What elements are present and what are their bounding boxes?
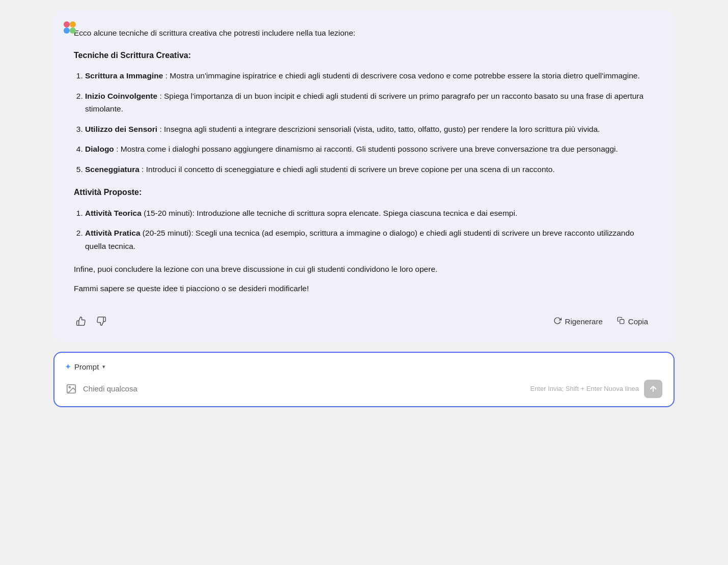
svg-point-0 (64, 21, 70, 27)
svg-point-2 (64, 27, 70, 34)
list-item: Attività Pratica (20-25 minuti): Scegli … (85, 227, 654, 252)
intro-text: Ecco alcune tecniche di scrittura creati… (74, 26, 654, 40)
regenerate-icon (553, 317, 562, 326)
technique-4-text: : Mostra come i dialoghi possano aggiung… (114, 145, 618, 153)
section2-heading: Attività Proposte: (74, 186, 654, 199)
section1-heading: Tecniche di Scrittura Creativa: (74, 49, 654, 62)
sparkle-icon: ✦ (65, 362, 71, 372)
input-hint: Enter Invia; Shift + Enter Nuova linea (530, 385, 639, 392)
activities-list: Attività Teorica (15-20 minuti): Introdu… (74, 207, 654, 253)
activity-1-bold: Attività Teorica (85, 209, 142, 217)
app-logo (63, 20, 77, 35)
response-card: Ecco alcune tecniche di scrittura creati… (53, 10, 675, 342)
action-bar: Rigenerare Copia (74, 307, 654, 329)
image-upload-button[interactable] (66, 383, 77, 394)
send-button[interactable] (644, 380, 662, 398)
closing2-text: Fammi sapere se queste idee ti piacciono… (74, 282, 654, 295)
list-item: Utilizzo dei Sensori : Insegna agli stud… (85, 123, 654, 136)
svg-point-3 (70, 27, 76, 34)
svg-point-6 (69, 386, 70, 388)
technique-2-bold: Inizio Coinvolgente (85, 92, 157, 100)
prompt-label: Prompt (74, 362, 99, 371)
copy-icon (617, 317, 625, 326)
regenerate-button[interactable]: Rigenerare (547, 314, 609, 329)
thumbs-down-button[interactable] (94, 314, 108, 328)
svg-rect-4 (620, 320, 624, 324)
list-item: Dialogo : Mostra come i dialoghi possano… (85, 143, 654, 156)
chat-input[interactable] (83, 384, 530, 393)
list-item: Attività Teorica (15-20 minuti): Introdu… (85, 207, 654, 220)
technique-3-bold: Utilizzo dei Sensori (85, 125, 157, 133)
techniques-list: Scrittura a Immagine : Mostra un'immagin… (74, 69, 654, 176)
left-actions (74, 314, 108, 328)
right-actions: Rigenerare Copia (547, 314, 654, 329)
copy-button[interactable]: Copia (611, 314, 654, 329)
technique-4-bold: Dialogo (85, 145, 114, 153)
technique-5-text: : Introduci il concetto di sceneggiature… (139, 165, 555, 174)
svg-point-1 (70, 21, 76, 27)
activity-2-text: (20-25 minuti): Scegli una tecnica (ad e… (85, 229, 634, 250)
regenerate-label: Rigenerare (565, 317, 603, 326)
technique-2-text: : Spiega l'importanza di un buon incipit… (85, 92, 643, 114)
activity-2-bold: Attività Pratica (85, 229, 141, 237)
input-left (66, 383, 530, 394)
technique-3-text: : Insegna agli studenti a integrare desc… (157, 125, 600, 133)
thumbs-up-button[interactable] (74, 314, 88, 328)
chevron-down-icon[interactable]: ▾ (102, 363, 105, 370)
technique-1-text: : Mostra un'immagine ispiratrice e chied… (163, 71, 639, 80)
list-item: Scrittura a Immagine : Mostra un'immagin… (85, 69, 654, 82)
closing1-text: Infine, puoi concludere la lezione con u… (74, 263, 654, 276)
list-item: Inizio Coinvolgente : Spiega l'importanz… (85, 90, 654, 116)
list-item: Sceneggiatura : Introduci il concetto di… (85, 163, 654, 176)
technique-1-bold: Scrittura a Immagine (85, 71, 163, 80)
input-bottom-row: Enter Invia; Shift + Enter Nuova linea (65, 380, 663, 398)
input-container: ✦ Prompt ▾ Enter Invia; Shift + Enter Nu… (53, 352, 675, 407)
technique-5-bold: Sceneggiatura (85, 165, 139, 174)
copy-label: Copia (628, 317, 648, 326)
activity-1-text: (15-20 minuti): Introduzione alle tecnic… (142, 209, 517, 217)
input-top-bar: ✦ Prompt ▾ (65, 362, 663, 372)
response-content: Ecco alcune tecniche di scrittura creati… (74, 26, 654, 295)
